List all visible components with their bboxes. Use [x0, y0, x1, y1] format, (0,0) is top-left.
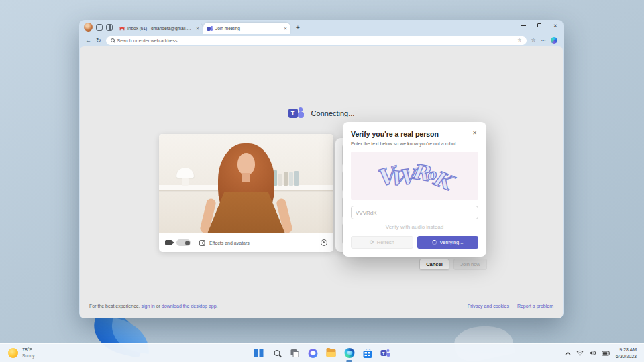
- battery-icon[interactable]: [602, 351, 610, 356]
- active-app-indicator: [346, 360, 352, 362]
- camera-icon[interactable]: [165, 240, 172, 245]
- file-explorer-button[interactable]: [326, 348, 337, 359]
- profile-avatar[interactable]: [84, 23, 93, 32]
- taskbar-clock[interactable]: 9:28 AM 6/30/2023: [616, 347, 637, 359]
- tab-close-icon[interactable]: ✕: [284, 26, 287, 31]
- device-settings-icon[interactable]: [321, 239, 327, 246]
- weather-widget[interactable]: 78°F Sunny: [0, 347, 34, 359]
- folder-icon: [327, 349, 336, 357]
- tab-inbox[interactable]: Inbox (61) - dmandera@gmail.com ✕: [116, 23, 203, 34]
- edge-icon: [344, 348, 354, 358]
- copilot-icon[interactable]: [551, 37, 557, 44]
- verify-audio-link[interactable]: Verify with audio instead: [351, 224, 478, 230]
- add-favorite-icon[interactable]: ☆: [517, 38, 521, 43]
- browser-window: Inbox (61) - dmandera@gmail.com ✕ Join m…: [79, 20, 564, 318]
- join-now-button[interactable]: Join now: [453, 259, 487, 270]
- windows-logo-icon: [254, 349, 264, 358]
- teams-logo-icon: T: [288, 105, 305, 121]
- teams-favicon: [207, 25, 213, 32]
- taskbar: 78°F Sunny T: [0, 343, 644, 362]
- tab-strip: Inbox (61) - dmandera@gmail.com ✕ Join m…: [79, 20, 564, 34]
- effects-label[interactable]: Effects and avatars: [209, 241, 250, 245]
- favorites-hub-icon[interactable]: ☆: [531, 38, 537, 43]
- video-control-bar: Effects and avatars: [159, 233, 333, 252]
- start-button[interactable]: [254, 348, 264, 359]
- tab-join-meeting[interactable]: Join meeting ✕: [203, 23, 290, 34]
- video-preview-card: Effects and avatars: [159, 134, 333, 252]
- store-button[interactable]: [362, 348, 373, 359]
- teams-icon: T: [380, 348, 390, 358]
- close-button[interactable]: ✕: [547, 20, 564, 31]
- privacy-link[interactable]: Privacy and cookies: [468, 304, 509, 308]
- connecting-status: T Connecting...: [80, 105, 563, 121]
- tab-inbox-label: Inbox (61) - dmandera@gmail.com: [127, 26, 193, 31]
- refresh-icon[interactable]: ↻: [96, 38, 101, 44]
- download-app-link[interactable]: download the desktop app: [162, 304, 217, 308]
- search-icon: [111, 38, 115, 42]
- dialog-title: Verify you're a real person: [351, 130, 471, 138]
- weather-temp: 78°F: [22, 347, 34, 353]
- chat-icon: [309, 349, 318, 358]
- address-bar[interactable]: Search or enter web address ☆: [106, 36, 527, 45]
- taskbar-apps: T: [254, 344, 391, 362]
- speaker-icon[interactable]: [589, 350, 596, 356]
- captcha-image: V V V R o K: [351, 152, 478, 200]
- workspaces-icon[interactable]: [96, 24, 103, 31]
- camera-preview: [159, 134, 333, 233]
- tray-chevron-icon[interactable]: [565, 351, 571, 355]
- spinner-icon: [432, 240, 437, 245]
- window-controls: ✕: [515, 20, 564, 31]
- clock-time: 9:28 AM: [616, 347, 637, 353]
- dialog-close-icon[interactable]: ✕: [471, 130, 478, 137]
- cancel-button[interactable]: Cancel: [419, 259, 449, 270]
- sign-in-link[interactable]: sign in: [141, 304, 154, 308]
- teams-meeting-page: T Connecting...: [80, 46, 563, 318]
- report-problem-link[interactable]: Report a problem: [517, 304, 553, 308]
- verifying-button[interactable]: Verifying...: [417, 236, 478, 249]
- chat-button[interactable]: [308, 348, 319, 359]
- back-icon[interactable]: ←: [85, 38, 91, 44]
- wifi-icon[interactable]: [576, 350, 584, 356]
- address-placeholder: Search or enter web address: [117, 38, 515, 43]
- store-icon: [363, 351, 372, 358]
- settings-more-icon[interactable]: ⋯: [541, 38, 547, 44]
- person-face: [237, 153, 255, 175]
- tab-close-icon[interactable]: ✕: [196, 26, 199, 31]
- background-lamp: [176, 168, 194, 178]
- edge-button[interactable]: [344, 348, 355, 359]
- weather-condition: Sunny: [22, 353, 34, 359]
- sun-icon: [8, 348, 18, 358]
- search-icon: [274, 350, 280, 356]
- browser-toolbar: ← ↻ Search or enter web address ☆ ☆ ⋯: [79, 34, 564, 46]
- camera-toggle[interactable]: [176, 239, 191, 246]
- search-button[interactable]: [272, 348, 282, 359]
- refresh-icon: ⟳: [370, 240, 374, 245]
- dialog-subtitle: Enter the text below so we know you're n…: [351, 141, 478, 146]
- new-tab-button[interactable]: +: [296, 25, 300, 32]
- teams-button[interactable]: T: [380, 348, 391, 359]
- task-view-button[interactable]: [290, 348, 301, 359]
- task-view-icon: [291, 349, 299, 357]
- connecting-text: Connecting...: [311, 109, 355, 117]
- maximize-button[interactable]: [531, 20, 547, 31]
- clock-date: 6/30/2023: [616, 353, 637, 359]
- page-footer: For the best experience, sign in or down…: [80, 304, 563, 308]
- minimize-button[interactable]: [515, 20, 531, 31]
- system-tray: 9:28 AM 6/30/2023: [565, 347, 644, 359]
- captcha-input[interactable]: [351, 206, 478, 219]
- captcha-dialog: Verify you're a real person ✕ Enter the …: [343, 122, 486, 257]
- tab-actions-icon[interactable]: [106, 24, 113, 31]
- gmail-icon: [119, 26, 125, 32]
- tab-join-label: Join meeting: [215, 26, 281, 31]
- refresh-button[interactable]: ⟳ Refresh: [351, 236, 413, 249]
- effects-icon: [199, 240, 205, 246]
- footer-note: For the best experience, sign in or down…: [89, 304, 218, 308]
